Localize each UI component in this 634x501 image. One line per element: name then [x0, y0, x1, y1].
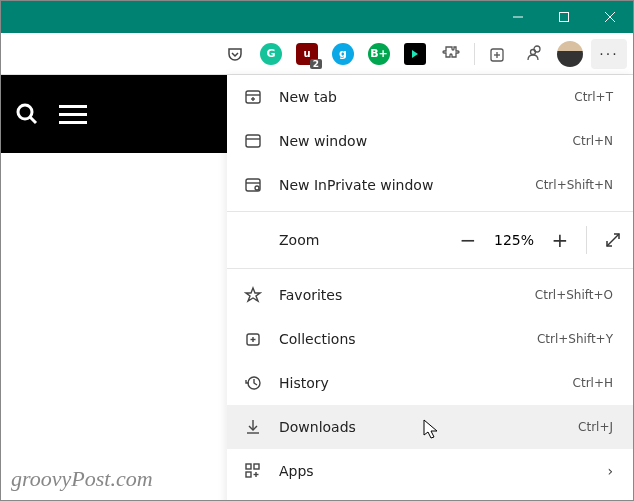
svg-point-8 [531, 49, 536, 54]
menu-shortcut: Ctrl+T [574, 90, 613, 104]
svg-line-20 [607, 234, 619, 246]
pocket-extension-icon[interactable] [220, 39, 250, 69]
zoom-value: 125% [488, 232, 540, 248]
history-icon [243, 374, 263, 392]
new-window-icon [243, 132, 263, 150]
search-icon[interactable] [15, 102, 39, 126]
menu-label: Favorites [279, 287, 519, 303]
menu-label: New tab [279, 89, 558, 105]
ublock-badge: 2 [310, 59, 322, 69]
menu-extensions[interactable]: Extensions [227, 493, 633, 501]
browser-toolbar: G u2 g B+ ··· [1, 33, 633, 75]
fullscreen-button[interactable] [593, 220, 633, 260]
menu-label: Apps [279, 463, 591, 479]
menu-shortcut: Ctrl+H [573, 376, 613, 390]
grammarly-extension-icon[interactable]: G [256, 39, 286, 69]
bplus-extension-icon[interactable]: B+ [364, 39, 394, 69]
svg-line-10 [30, 117, 36, 123]
settings-more-button[interactable]: ··· [591, 39, 627, 69]
close-button[interactable] [587, 1, 633, 33]
media-extension-icon[interactable] [400, 39, 430, 69]
feedback-icon[interactable] [519, 39, 549, 69]
menu-shortcut: Ctrl+Shift+O [535, 288, 613, 302]
svg-rect-30 [246, 472, 251, 477]
menu-favorites[interactable]: Favorites Ctrl+Shift+O [227, 273, 633, 317]
menu-shortcut: Ctrl+J [578, 420, 613, 434]
window-titlebar [1, 1, 633, 33]
menu-collections[interactable]: Collections Ctrl+Shift+Y [227, 317, 633, 361]
menu-label: New window [279, 133, 557, 149]
download-icon [243, 418, 263, 436]
settings-menu: New tab Ctrl+T New window Ctrl+N New InP… [227, 75, 633, 501]
zoom-in-button[interactable]: + [540, 220, 580, 260]
svg-rect-15 [246, 135, 260, 147]
menu-new-inprivate[interactable]: New InPrivate window Ctrl+Shift+N [227, 163, 633, 207]
svg-marker-21 [246, 288, 260, 301]
menu-label: Downloads [279, 419, 562, 435]
chevron-right-icon: › [607, 463, 613, 479]
extensions-puzzle-icon[interactable] [436, 39, 466, 69]
menu-label: Collections [279, 331, 521, 347]
maximize-button[interactable] [541, 1, 587, 33]
zoom-out-button[interactable]: − [448, 220, 488, 260]
menu-shortcut: Ctrl+N [573, 134, 613, 148]
g-extension-icon[interactable]: g [328, 39, 358, 69]
menu-apps[interactable]: Apps › [227, 449, 633, 493]
menu-shortcut: Ctrl+Shift+Y [537, 332, 613, 346]
menu-new-window[interactable]: New window Ctrl+N [227, 119, 633, 163]
minimize-button[interactable] [495, 1, 541, 33]
svg-rect-29 [254, 464, 259, 469]
profile-avatar[interactable] [555, 39, 585, 69]
zoom-separator [586, 226, 587, 254]
svg-rect-28 [246, 464, 251, 469]
watermark: groovyPost.com [11, 466, 153, 492]
menu-divider [227, 211, 633, 212]
hamburger-menu-icon[interactable] [59, 105, 87, 124]
svg-point-19 [255, 186, 259, 190]
collections-toolbar-icon[interactable] [483, 39, 513, 69]
menu-divider [227, 268, 633, 269]
menu-label: New InPrivate window [279, 177, 519, 193]
new-tab-icon [243, 88, 263, 106]
menu-history[interactable]: History Ctrl+H [227, 361, 633, 405]
toolbar-separator [474, 43, 475, 65]
star-icon [243, 286, 263, 304]
apps-icon [243, 462, 263, 480]
menu-label: History [279, 375, 557, 391]
inprivate-icon [243, 176, 263, 194]
menu-downloads[interactable]: Downloads Ctrl+J [227, 405, 633, 449]
collections-icon [243, 330, 263, 348]
menu-zoom: Zoom − 125% + [227, 216, 633, 264]
page-content [1, 75, 229, 500]
menu-shortcut: Ctrl+Shift+N [535, 178, 613, 192]
zoom-label: Zoom [279, 232, 379, 248]
svg-rect-1 [560, 13, 569, 22]
page-header [1, 75, 229, 153]
menu-new-tab[interactable]: New tab Ctrl+T [227, 75, 633, 119]
ublock-extension-icon[interactable]: u2 [292, 39, 322, 69]
svg-point-9 [18, 105, 32, 119]
